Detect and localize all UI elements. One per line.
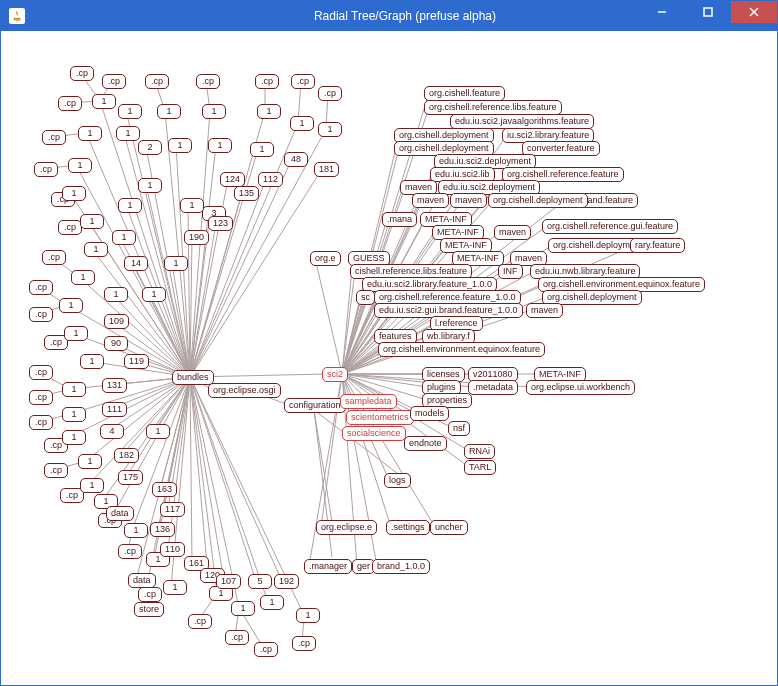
graph-node[interactable]: 163 bbox=[152, 482, 177, 497]
graph-node[interactable]: 1 bbox=[208, 138, 232, 153]
graph-node[interactable]: .cp bbox=[58, 220, 82, 235]
graph-node[interactable]: 1 bbox=[112, 230, 136, 245]
graph-node[interactable]: 1 bbox=[80, 214, 104, 229]
graph-node[interactable]: 1 bbox=[168, 138, 192, 153]
graph-node[interactable]: .cp bbox=[29, 365, 53, 380]
graph-node[interactable]: 1 bbox=[62, 430, 86, 445]
graph-node[interactable]: 107 bbox=[216, 574, 241, 589]
graph-node[interactable]: 1 bbox=[318, 122, 342, 137]
graph-node[interactable]: sci2 bbox=[322, 367, 348, 382]
graph-node[interactable]: 1 bbox=[118, 104, 142, 119]
graph-node[interactable]: 181 bbox=[314, 162, 339, 177]
graph-node[interactable]: 1 bbox=[146, 424, 170, 439]
graph-node[interactable]: 117 bbox=[160, 502, 185, 517]
graph-node[interactable]: .cp bbox=[29, 415, 53, 430]
graph-node[interactable]: 1 bbox=[84, 242, 108, 257]
graph-node[interactable]: 123 bbox=[208, 216, 233, 231]
graph-node[interactable]: .cp bbox=[44, 463, 68, 478]
graph-node[interactable]: org.cishell.feature bbox=[424, 86, 505, 101]
graph-node[interactable]: 1 bbox=[64, 326, 88, 341]
graph-node[interactable]: 1 bbox=[68, 158, 92, 173]
graph-node[interactable]: 1 bbox=[250, 142, 274, 157]
maximize-button[interactable] bbox=[685, 1, 731, 23]
graph-node[interactable]: 2 bbox=[138, 140, 162, 155]
graph-node[interactable]: sampledata bbox=[340, 394, 397, 409]
graph-node[interactable]: logs bbox=[384, 473, 411, 488]
close-button[interactable] bbox=[731, 1, 777, 23]
graph-node[interactable]: RNAi bbox=[464, 444, 495, 459]
graph-node[interactable]: 1 bbox=[163, 580, 187, 595]
graph-node[interactable]: 124 bbox=[220, 172, 245, 187]
graph-node[interactable]: org.eclipse.e bbox=[316, 520, 377, 535]
graph-node[interactable]: .cp bbox=[291, 74, 315, 89]
graph-node[interactable]: 1 bbox=[296, 608, 320, 623]
titlebar[interactable]: Radial Tree/Graph (prefuse alpha) bbox=[1, 1, 777, 31]
graph-node[interactable]: 182 bbox=[114, 448, 139, 463]
graph-node[interactable]: .cp bbox=[254, 642, 278, 657]
graph-node[interactable]: .cp bbox=[118, 544, 142, 559]
graph-node[interactable]: 1 bbox=[78, 126, 102, 141]
graph-node[interactable]: .cp bbox=[58, 96, 82, 111]
graph-node[interactable]: 1 bbox=[157, 104, 181, 119]
graph-node[interactable]: 1 bbox=[142, 287, 166, 302]
graph-node[interactable]: .cp bbox=[29, 280, 53, 295]
graph-node[interactable]: 175 bbox=[118, 470, 143, 485]
graph-node[interactable]: 1 bbox=[257, 104, 281, 119]
graph-node[interactable]: 48 bbox=[284, 152, 308, 167]
graph-node[interactable]: 90 bbox=[104, 336, 128, 351]
graph-node[interactable]: .manager bbox=[304, 559, 352, 574]
graph-node[interactable]: .cp bbox=[145, 74, 169, 89]
graph-node[interactable]: 4 bbox=[100, 424, 124, 439]
graph-node[interactable]: 5 bbox=[248, 574, 272, 589]
graph-node[interactable]: .mana bbox=[382, 212, 417, 227]
graph-node[interactable]: .cp bbox=[255, 74, 279, 89]
minimize-button[interactable] bbox=[639, 1, 685, 23]
graph-node[interactable]: 110 bbox=[160, 542, 185, 557]
graph-node[interactable]: .cp bbox=[42, 130, 66, 145]
graph-node[interactable]: 131 bbox=[102, 378, 127, 393]
graph-node[interactable]: 1 bbox=[290, 116, 314, 131]
graph-node[interactable]: store bbox=[134, 602, 164, 617]
graph-node[interactable]: .cp bbox=[196, 74, 220, 89]
graph-node[interactable]: scientometrics bbox=[346, 410, 414, 425]
graph-node[interactable]: configuration bbox=[284, 398, 346, 413]
graph-node[interactable]: .cp bbox=[292, 636, 316, 651]
graph-node[interactable]: .cp bbox=[318, 86, 342, 101]
graph-node[interactable]: 1 bbox=[80, 478, 104, 493]
graph-node[interactable]: 1 bbox=[92, 94, 116, 109]
graph-node[interactable]: 1 bbox=[138, 178, 162, 193]
graph-node[interactable]: 1 bbox=[104, 287, 128, 302]
graph-node[interactable]: 1 bbox=[164, 256, 188, 271]
graph-node[interactable]: .cp bbox=[138, 587, 162, 602]
graph-node[interactable]: maven bbox=[494, 225, 531, 240]
graph-node[interactable]: org.eclipse.ui.workbench bbox=[526, 380, 635, 395]
graph-node[interactable]: .settings bbox=[386, 520, 430, 535]
graph-node[interactable]: 1 bbox=[118, 198, 142, 213]
graph-node[interactable]: 111 bbox=[102, 402, 127, 417]
graph-node[interactable]: data bbox=[106, 506, 134, 521]
graph-node[interactable]: socialscience bbox=[342, 426, 406, 441]
graph-node[interactable]: 135 bbox=[234, 186, 259, 201]
graph-node[interactable]: sc bbox=[356, 290, 375, 305]
graph-node[interactable]: org.cishell.reference.gui.feature bbox=[542, 219, 678, 234]
graph-node[interactable]: maven bbox=[526, 303, 563, 318]
graph-node[interactable]: 1 bbox=[62, 407, 86, 422]
graph-node[interactable]: bundles bbox=[172, 370, 214, 385]
graph-node[interactable]: 1 bbox=[260, 595, 284, 610]
graph-node[interactable]: rary.feature bbox=[630, 238, 685, 253]
graph-node[interactable]: TARL bbox=[464, 460, 496, 475]
graph-node[interactable]: 1 bbox=[62, 382, 86, 397]
graph-node[interactable]: maven bbox=[450, 193, 487, 208]
graph-node[interactable]: 190 bbox=[184, 230, 209, 245]
graph-node[interactable]: models bbox=[410, 406, 449, 421]
graph-node[interactable]: 1 bbox=[62, 186, 86, 201]
graph-node[interactable]: INF bbox=[498, 264, 523, 279]
graph-node[interactable]: .cp bbox=[34, 162, 58, 177]
graph-node[interactable]: edu.iu.sci2.javaalgorithms.feature bbox=[450, 114, 594, 129]
graph-node[interactable]: uncher bbox=[430, 520, 468, 535]
graph-node[interactable]: 1 bbox=[80, 354, 104, 369]
graph-node[interactable]: .cp bbox=[70, 66, 94, 81]
graph-node[interactable]: 109 bbox=[104, 314, 129, 329]
graph-node[interactable]: 192 bbox=[274, 574, 299, 589]
graph-node[interactable]: .cp bbox=[29, 307, 53, 322]
